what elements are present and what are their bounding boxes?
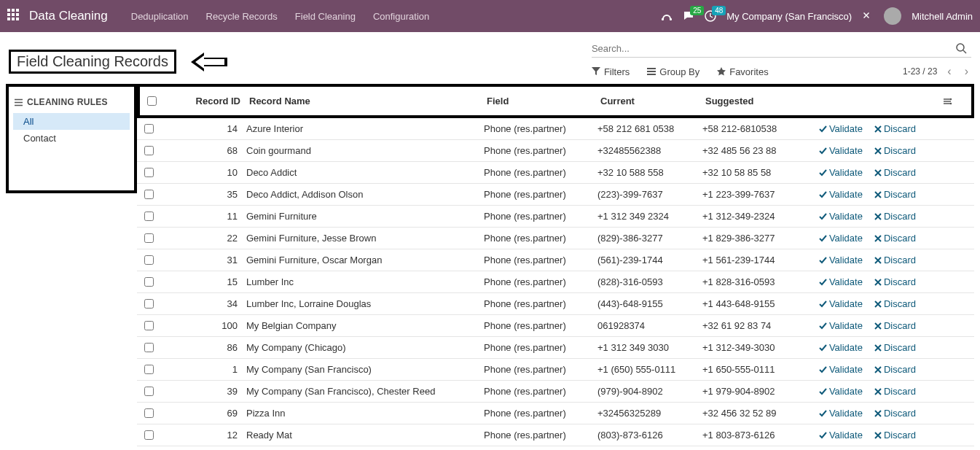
- discard-button[interactable]: Discard: [874, 211, 916, 222]
- discard-button[interactable]: Discard: [874, 276, 916, 287]
- discard-button[interactable]: Discard: [874, 123, 916, 134]
- discard-button[interactable]: Discard: [874, 255, 916, 265]
- table-row[interactable]: 11Gemini FurniturePhone (res.partner)+1 …: [137, 206, 974, 228]
- table-row[interactable]: 15Lumber IncPhone (res.partner)(828)-316…: [137, 271, 974, 293]
- validate-button[interactable]: Validate: [819, 430, 863, 441]
- debug-icon[interactable]: [862, 10, 874, 22]
- sidebar-item-contact[interactable]: Contact: [13, 130, 130, 147]
- optional-columns-icon[interactable]: [942, 96, 964, 106]
- records-table: Record ID Record Name Field Current Sugg…: [137, 84, 974, 450]
- table-row[interactable]: 14Azure InteriorPhone (res.partner)+58 2…: [137, 118, 974, 140]
- discard-button[interactable]: Discard: [874, 430, 916, 441]
- th-record-id[interactable]: Record ID: [169, 96, 249, 106]
- nav-recycle-records[interactable]: Recycle Records: [197, 11, 286, 22]
- cell-suggested: +1 561-239-1744: [702, 255, 810, 265]
- search-icon[interactable]: [951, 42, 971, 54]
- avatar[interactable]: [884, 7, 901, 25]
- validate-button[interactable]: Validate: [819, 342, 863, 353]
- apps-icon[interactable]: [7, 9, 22, 23]
- th-current[interactable]: Current: [600, 96, 705, 106]
- row-checkbox[interactable]: [144, 255, 154, 265]
- validate-button[interactable]: Validate: [819, 233, 863, 244]
- cell-suggested: +1 312-349-2324: [702, 211, 810, 222]
- row-checkbox[interactable]: [144, 365, 154, 374]
- row-checkbox[interactable]: [144, 277, 154, 287]
- row-checkbox[interactable]: [144, 343, 154, 352]
- row-checkbox[interactable]: [144, 321, 154, 330]
- discard-button[interactable]: Discard: [874, 342, 916, 353]
- table-row[interactable]: 100My Belgian CompanyPhone (res.partner)…: [137, 315, 974, 337]
- support-icon[interactable]: [661, 10, 673, 22]
- validate-button[interactable]: Validate: [819, 320, 863, 331]
- groupby-button[interactable]: Group By: [647, 66, 699, 77]
- discard-button[interactable]: Discard: [874, 408, 916, 419]
- validate-button[interactable]: Validate: [819, 364, 863, 375]
- sidebar-item-all[interactable]: All: [13, 113, 130, 130]
- discard-button[interactable]: Discard: [874, 233, 916, 244]
- validate-button[interactable]: Validate: [819, 255, 863, 265]
- discard-button[interactable]: Discard: [874, 167, 916, 178]
- validate-button[interactable]: Validate: [819, 211, 863, 222]
- pager-prev-icon[interactable]: ‹: [944, 65, 954, 78]
- cell-current: +32485562388: [597, 145, 702, 156]
- validate-button[interactable]: Validate: [819, 123, 863, 134]
- table-row[interactable]: 86My Company (Chicago)Phone (res.partner…: [137, 337, 974, 359]
- nav-configuration[interactable]: Configuration: [364, 11, 438, 22]
- table-row[interactable]: 31Gemini Furniture, Oscar MorganPhone (r…: [137, 249, 974, 271]
- discard-button[interactable]: Discard: [874, 320, 916, 331]
- discard-button[interactable]: Discard: [874, 189, 916, 200]
- row-checkbox[interactable]: [144, 124, 154, 133]
- validate-button[interactable]: Validate: [819, 167, 863, 178]
- discard-button[interactable]: Discard: [874, 298, 916, 309]
- favorites-button[interactable]: Favorites: [717, 66, 768, 77]
- search-input[interactable]: [592, 43, 951, 54]
- annotation-arrow-icon: [191, 51, 227, 73]
- company-switcher[interactable]: My Company (San Francisco): [726, 11, 852, 22]
- pager-next-icon[interactable]: ›: [962, 65, 971, 78]
- row-checkbox[interactable]: [144, 146, 154, 155]
- cell-record-name: My Company (San Francisco): [246, 364, 484, 375]
- row-checkbox[interactable]: [144, 233, 154, 243]
- row-checkbox[interactable]: [144, 408, 154, 418]
- user-name[interactable]: Mitchell Admin: [912, 11, 973, 22]
- nav-field-cleaning[interactable]: Field Cleaning: [286, 11, 364, 22]
- th-record-name[interactable]: Record Name: [249, 96, 487, 106]
- svg-point-9: [950, 102, 952, 104]
- table-row[interactable]: 12Ready MatPhone (res.partner)(803)-873-…: [137, 424, 974, 446]
- table-row[interactable]: 22Gemini Furniture, Jesse BrownPhone (re…: [137, 228, 974, 249]
- select-all-checkbox[interactable]: [147, 96, 157, 106]
- cell-field: Phone (res.partner): [484, 298, 597, 309]
- cell-field: Phone (res.partner): [484, 233, 597, 244]
- th-suggested[interactable]: Suggested: [705, 96, 813, 106]
- row-checkbox[interactable]: [144, 299, 154, 309]
- validate-button[interactable]: Validate: [819, 408, 863, 419]
- table-row[interactable]: 69Pizza InnPhone (res.partner)+324563252…: [137, 403, 974, 424]
- validate-button[interactable]: Validate: [819, 298, 863, 309]
- table-row[interactable]: 35Deco Addict, Addison OlsonPhone (res.p…: [137, 184, 974, 206]
- th-field[interactable]: Field: [487, 96, 600, 106]
- filters-button[interactable]: Filters: [592, 66, 630, 77]
- discard-button[interactable]: Discard: [874, 364, 916, 375]
- discard-button[interactable]: Discard: [874, 386, 916, 397]
- row-checkbox[interactable]: [144, 387, 154, 396]
- row-checkbox[interactable]: [144, 430, 154, 440]
- row-checkbox[interactable]: [144, 190, 154, 199]
- pager-text[interactable]: 1-23 / 23: [903, 66, 937, 77]
- brand-title[interactable]: Data Cleaning: [29, 9, 108, 23]
- table-row[interactable]: 1My Company (San Francisco)Phone (res.pa…: [137, 359, 974, 381]
- validate-button[interactable]: Validate: [819, 145, 863, 156]
- table-row[interactable]: 10Deco AddictPhone (res.partner)+32 10 5…: [137, 162, 974, 184]
- validate-button[interactable]: Validate: [819, 386, 863, 397]
- row-checkbox[interactable]: [144, 168, 154, 177]
- table-row[interactable]: 39My Company (San Francisco), Chester Re…: [137, 381, 974, 403]
- activities-icon[interactable]: 48: [705, 10, 716, 22]
- table-row[interactable]: 34Lumber Inc, Lorraine DouglasPhone (res…: [137, 293, 974, 315]
- validate-button[interactable]: Validate: [819, 189, 863, 200]
- table-row[interactable]: 68Coin gourmandPhone (res.partner)+32485…: [137, 140, 974, 162]
- row-checkbox[interactable]: [144, 212, 154, 221]
- svg-point-8: [950, 98, 952, 99]
- validate-button[interactable]: Validate: [819, 276, 863, 287]
- messages-icon[interactable]: 25: [683, 10, 694, 22]
- nav-deduplication[interactable]: Deduplication: [122, 11, 197, 22]
- discard-button[interactable]: Discard: [874, 145, 916, 156]
